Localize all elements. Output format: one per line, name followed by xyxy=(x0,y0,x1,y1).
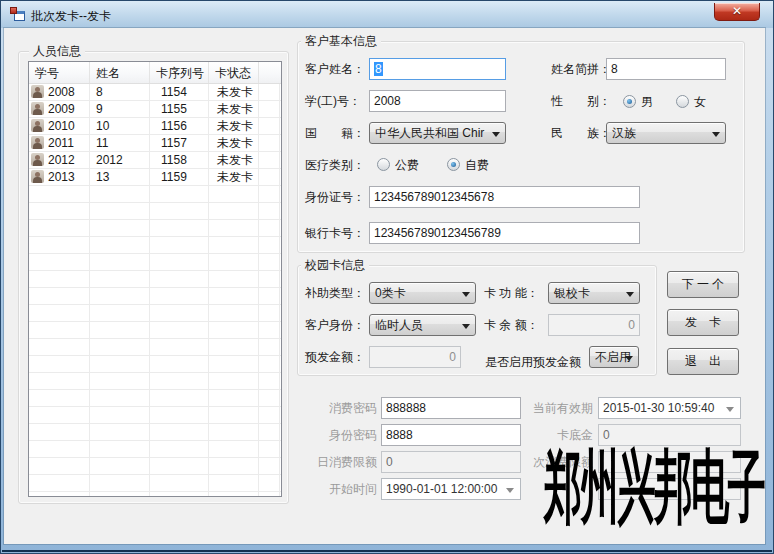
ethnic-value: 汉族 xyxy=(612,126,636,140)
nationality-select[interactable]: 中华人民共和国 Chir xyxy=(369,122,506,144)
cell-card-status: 未发卡 xyxy=(211,84,261,101)
cell-card-serial: 1159 xyxy=(152,169,211,186)
chevron-down-icon xyxy=(462,324,470,333)
cell-name: 10 xyxy=(92,118,152,135)
cell-name: 8 xyxy=(92,84,152,101)
consume-password-input[interactable]: 888888 xyxy=(381,397,521,419)
table-row[interactable]: 2010 10 1156 未发卡 xyxy=(29,118,281,135)
person-avatar-icon xyxy=(31,85,44,98)
id-card-label: 身份证号： xyxy=(305,186,365,208)
person-avatar-icon xyxy=(31,102,44,115)
pinyin-label: 姓名简拼： xyxy=(551,58,611,80)
customer-group-title: 客户基本信息 xyxy=(301,34,381,48)
cell-name: 13 xyxy=(92,169,152,186)
table-row[interactable]: 2012 2012 1158 未发卡 xyxy=(29,152,281,169)
identity-password-input[interactable]: 8888 xyxy=(381,424,521,446)
person-avatar-icon xyxy=(31,136,44,149)
col-header-card-status[interactable]: 卡状态 xyxy=(209,62,259,83)
nationality-label: 国 籍： xyxy=(305,122,365,144)
col-header-blank[interactable] xyxy=(259,62,281,83)
daily-limit-label: 日消费限额 xyxy=(301,451,377,473)
cell-card-status: 未发卡 xyxy=(211,152,261,169)
validity-picker[interactable]: 2015-01-30 10:59:40 xyxy=(598,397,741,419)
table-row[interactable]: 2009 9 1155 未发卡 xyxy=(29,101,281,118)
close-button[interactable]: ✕ xyxy=(714,3,760,21)
gender-male-radio[interactable] xyxy=(623,95,636,108)
enable-preissue-select[interactable]: 不启用 xyxy=(589,346,639,368)
gender-female-radio[interactable] xyxy=(676,95,689,108)
window-title: 批次发卡--发卡 xyxy=(31,8,111,25)
col-header-name[interactable]: 姓名 xyxy=(90,62,150,83)
chevron-down-icon xyxy=(492,132,500,141)
gender-female-label: 女 xyxy=(694,95,706,110)
chevron-down-icon xyxy=(726,407,734,416)
customer-name-input[interactable]: 8 xyxy=(369,58,506,80)
preissue-amount-label: 预发金额： xyxy=(305,346,365,368)
person-avatar-icon xyxy=(31,170,44,183)
next-button[interactable]: 下 一 个 xyxy=(667,271,739,298)
personnel-table-body: 2008 8 1154 未发卡 2009 9 1155 未发卡 2010 10 … xyxy=(29,84,281,496)
issue-card-button[interactable]: 发 卡 xyxy=(667,309,739,336)
chevron-down-icon xyxy=(712,132,720,141)
student-id-input[interactable]: 2008 xyxy=(369,90,506,112)
medical-type-label: 医疗类别： xyxy=(305,154,365,176)
personnel-table-header: 学号 姓名 卡序列号 卡状态 xyxy=(29,62,281,84)
customer-identity-select[interactable]: 临时人员 xyxy=(369,314,476,336)
cell-student-id: 2013 xyxy=(48,169,92,186)
cell-name: 2012 xyxy=(92,152,152,169)
chevron-down-icon xyxy=(506,488,514,497)
subsidy-type-label: 补助类型： xyxy=(305,282,365,304)
pinyin-input[interactable]: 8 xyxy=(606,58,726,80)
bank-card-input[interactable]: 1234567890123456789 xyxy=(369,222,640,244)
student-id-label: 学(工)号： xyxy=(305,90,361,112)
table-row[interactable]: 2013 13 1159 未发卡 xyxy=(29,169,281,186)
card-function-value: 银校卡 xyxy=(554,286,590,300)
cell-student-id: 2012 xyxy=(48,152,92,169)
subsidy-type-select[interactable]: 0类卡 xyxy=(369,282,476,304)
preissue-amount-input[interactable]: 0 xyxy=(369,346,461,368)
medical-public-radio[interactable] xyxy=(377,158,390,171)
customer-identity-label: 客户身份： xyxy=(305,314,365,336)
id-card-input[interactable]: 123456789012345678 xyxy=(369,186,640,208)
col-header-card-serial[interactable]: 卡序列号 xyxy=(150,62,209,83)
cell-name: 11 xyxy=(92,135,152,152)
daily-limit-input[interactable]: 0 xyxy=(381,451,521,473)
cell-card-status: 未发卡 xyxy=(211,169,261,186)
cell-card-status: 未发卡 xyxy=(211,101,261,118)
cell-card-serial: 1158 xyxy=(152,152,211,169)
card-balance-input[interactable]: 0 xyxy=(548,314,640,336)
selected-text: 8 xyxy=(374,62,383,76)
table-row[interactable]: 2011 11 1157 未发卡 xyxy=(29,135,281,152)
cell-card-status: 未发卡 xyxy=(211,118,261,135)
identity-password-label: 身份密码 xyxy=(301,424,377,446)
cell-card-status: 未发卡 xyxy=(211,135,261,152)
cell-card-serial: 1155 xyxy=(152,101,211,118)
cell-card-serial: 1157 xyxy=(152,135,211,152)
cell-card-serial: 1156 xyxy=(152,118,211,135)
customer-identity-value: 临时人员 xyxy=(375,318,423,332)
person-avatar-icon xyxy=(31,153,44,166)
gender-label: 性 别： xyxy=(551,90,611,112)
col-header-student-id[interactable]: 学号 xyxy=(29,62,90,83)
campus-card-group-title: 校园卡信息 xyxy=(301,258,369,272)
title-bar[interactable]: 批次发卡--发卡 xyxy=(1,1,773,28)
customer-name-label: 客户姓名： xyxy=(305,58,365,80)
exit-button[interactable]: 退 出 xyxy=(667,348,739,375)
card-function-select[interactable]: 银校卡 xyxy=(548,282,640,304)
start-time-value: 1990-01-01 12:00:00 xyxy=(386,482,497,496)
cell-student-id: 2011 xyxy=(48,135,92,152)
medical-self-radio[interactable] xyxy=(447,158,460,171)
medical-self-label: 自费 xyxy=(465,158,489,173)
cell-name: 9 xyxy=(92,101,152,118)
vendor-watermark: 郑州兴邦电子 xyxy=(544,442,657,536)
table-row[interactable]: 2008 8 1154 未发卡 xyxy=(29,84,281,101)
enable-preissue-label: 是否启用预发金额 xyxy=(485,351,581,373)
chevron-down-icon xyxy=(462,292,470,301)
ethnic-select[interactable]: 汉族 xyxy=(606,122,726,144)
personnel-table: 学号 姓名 卡序列号 卡状态 2008 8 1154 未发卡 2009 9 11… xyxy=(28,61,282,497)
start-time-picker[interactable]: 1990-01-01 12:00:00 xyxy=(381,478,521,500)
app-icon[interactable] xyxy=(10,7,26,23)
bank-card-label: 银行卡号： xyxy=(305,222,365,244)
card-function-label: 卡 功 能： xyxy=(484,282,539,304)
app-window: 批次发卡--发卡 ✕ 人员信息 学号 姓名 卡序列号 卡状态 2008 8 11… xyxy=(0,0,774,554)
